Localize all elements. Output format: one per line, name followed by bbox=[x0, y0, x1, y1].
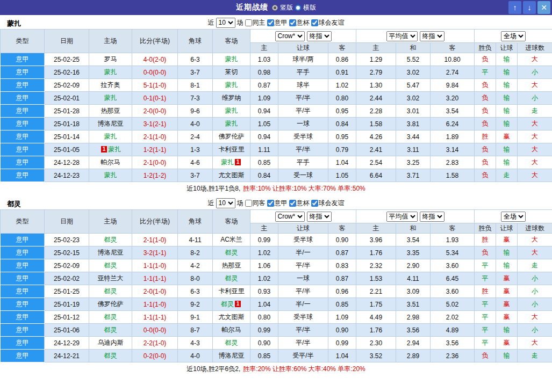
match-count-select[interactable]: 10 bbox=[216, 18, 235, 28]
checkbox-label: 意杯 bbox=[297, 18, 310, 27]
date-cell: 25-02-23 bbox=[45, 234, 89, 246]
euro-draw-odds: 3.56 bbox=[396, 324, 431, 337]
league-cell: 意甲 bbox=[1, 53, 45, 66]
euro-away-odds: 5.34 bbox=[431, 246, 475, 259]
match-row: 意甲25-02-15博洛尼亚3-2(1-1)8-2都灵1.02半/一0.871.… bbox=[1, 246, 552, 259]
home-team-cell: 都灵 bbox=[89, 234, 132, 246]
scope-select[interactable]: 全场 bbox=[501, 31, 526, 41]
average-stage-select[interactable]: 终指 bbox=[420, 212, 445, 222]
average-stage-select[interactable]: 终指 bbox=[420, 31, 445, 41]
home-team-cell: 热那亚 bbox=[89, 105, 132, 118]
league-cell: 意甲 bbox=[1, 105, 45, 118]
club-friendly-checkbox[interactable] bbox=[311, 200, 318, 207]
league-cell: 意甲 bbox=[1, 285, 45, 298]
away-team-cell: 博洛尼亚 bbox=[213, 350, 250, 362]
match-row: 意甲25-01-28热那亚2-0(0-0)9-6蒙扎0.94平/半0.952.2… bbox=[1, 105, 552, 118]
asia-home-odds: 1.04 bbox=[250, 298, 278, 311]
col-header-euro-away: 客 bbox=[431, 223, 475, 234]
euro-home-odds: 3.96 bbox=[356, 234, 396, 246]
asia-home-odds: 1.02 bbox=[250, 246, 278, 259]
same-venue-checkbox[interactable] bbox=[245, 19, 252, 26]
asia-home-odds: 1.05 bbox=[250, 118, 278, 130]
home-team-cell: 拉齐奥 bbox=[89, 79, 132, 92]
euro-draw-odds: 2.98 bbox=[396, 311, 431, 324]
match-row: 意甲25-02-25罗马4-0(2-0)6-3蒙扎1.03球半/两0.861.2… bbox=[1, 53, 552, 66]
euro-home-odds: 4.49 bbox=[356, 311, 396, 324]
average-select[interactable]: 平均值 bbox=[386, 31, 418, 41]
team-name: 蒙扎 bbox=[225, 55, 238, 63]
result-goals: 小 bbox=[518, 324, 552, 337]
match-row: 意甲25-02-01蒙扎0-1(0-1)7-3维罗纳1.09平/半0.802.4… bbox=[1, 92, 552, 105]
bookmaker-stage-select[interactable]: 终指 bbox=[307, 31, 332, 41]
horizontal-layout-radio[interactable] bbox=[295, 5, 301, 11]
average-select[interactable]: 平均值 bbox=[386, 212, 418, 222]
coppa-italia-checkbox[interactable] bbox=[289, 19, 296, 26]
same-venue-checkbox[interactable] bbox=[245, 200, 252, 207]
team-name: 热那亚 bbox=[222, 262, 241, 269]
result-wdl: 胜 bbox=[475, 234, 496, 246]
checkbox-label: 球会友谊 bbox=[319, 18, 345, 27]
euro-home-odds: 1.53 bbox=[356, 272, 396, 285]
serie-a-checkbox[interactable] bbox=[267, 19, 274, 26]
result-goals: 小 bbox=[518, 92, 552, 105]
vertical-layout-radio[interactable] bbox=[272, 5, 278, 11]
result-handicap: 输 bbox=[496, 324, 518, 337]
euro-home-odds: 3.52 bbox=[356, 350, 396, 362]
asia-home-odds: 0.85 bbox=[250, 350, 278, 362]
asia-away-odds: 0.80 bbox=[328, 92, 356, 105]
asia-odds-controls: Crow*终指 bbox=[250, 210, 356, 223]
home-team-cell: 罗马 bbox=[89, 53, 132, 66]
date-cell: 25-02-25 bbox=[45, 53, 89, 66]
result-handicap: 赢 bbox=[496, 337, 518, 350]
euro-away-odds: 6.24 bbox=[431, 118, 475, 130]
coppa-italia-checkbox[interactable] bbox=[289, 200, 296, 207]
match-row: 意甲25-02-02亚特兰大1-1(1-1)8-0都灵1.02一球0.871.5… bbox=[1, 272, 552, 285]
scope-controls: 全场 bbox=[475, 210, 552, 223]
close-button[interactable]: ✕ bbox=[537, 1, 550, 14]
move-up-button[interactable]: ↑ bbox=[508, 1, 521, 14]
result-handicap: 输 bbox=[496, 79, 518, 92]
col-header-asia-handicap: 让球 bbox=[278, 43, 328, 53]
serie-a-checkbox[interactable] bbox=[267, 200, 274, 207]
asia-home-odds: 0.87 bbox=[250, 79, 278, 92]
asia-handicap: 平/半 bbox=[278, 105, 328, 118]
bookmaker-select[interactable]: Crow* bbox=[275, 212, 305, 222]
team-name: 帕尔马 bbox=[222, 326, 241, 333]
corner-cell: 4-0 bbox=[178, 350, 213, 362]
team-name: 乌迪内斯 bbox=[98, 339, 124, 346]
team-name: 卡利亚里 bbox=[219, 146, 245, 153]
date-cell: 25-01-19 bbox=[45, 298, 89, 311]
asia-away-odds: 0.95 bbox=[328, 130, 356, 143]
bookmaker-stage-select[interactable]: 终指 bbox=[307, 212, 332, 222]
col-header-goals-result: 进球数 bbox=[518, 43, 552, 53]
scope-select[interactable]: 全场 bbox=[501, 212, 526, 222]
home-team-cell: 蒙扎 bbox=[89, 92, 132, 105]
asia-home-odds: 1.09 bbox=[250, 92, 278, 105]
euro-draw-odds: 3.01 bbox=[396, 105, 431, 118]
asia-handicap: 半/一 bbox=[278, 298, 328, 311]
asia-home-odds: 1.06 bbox=[250, 259, 278, 272]
bookmaker-select[interactable]: Crow* bbox=[275, 31, 305, 41]
euro-away-odds: 3.20 bbox=[431, 92, 475, 105]
date-cell: 25-01-06 bbox=[45, 324, 89, 337]
horizontal-layout-label[interactable]: 横版 bbox=[303, 3, 316, 12]
home-team-cell: 博洛尼亚 bbox=[89, 246, 132, 259]
filter-suffix: 场 bbox=[237, 18, 243, 27]
asia-handicap: 受半球 bbox=[278, 130, 328, 143]
date-cell: 25-02-02 bbox=[45, 272, 89, 285]
match-count-select[interactable]: 10 bbox=[216, 198, 235, 208]
col-header-type: 类型 bbox=[1, 210, 45, 234]
vertical-layout-label[interactable]: 竖版 bbox=[280, 3, 293, 12]
euro-home-odds: 1.75 bbox=[356, 298, 396, 311]
result-wdl: 平 bbox=[475, 66, 496, 79]
team-name: 蒙扎 bbox=[225, 120, 238, 127]
result-wdl: 平 bbox=[475, 311, 496, 324]
result-goals: 走 bbox=[518, 259, 552, 272]
euro-home-odds: 1.76 bbox=[356, 246, 396, 259]
corner-cell: 4-2 bbox=[178, 259, 213, 272]
asia-home-odds: 1.02 bbox=[250, 272, 278, 285]
move-down-button[interactable]: ↓ bbox=[523, 1, 536, 14]
result-wdl: 平 bbox=[475, 337, 496, 350]
club-friendly-checkbox[interactable] bbox=[311, 19, 318, 26]
result-wdl: 负 bbox=[475, 53, 496, 66]
